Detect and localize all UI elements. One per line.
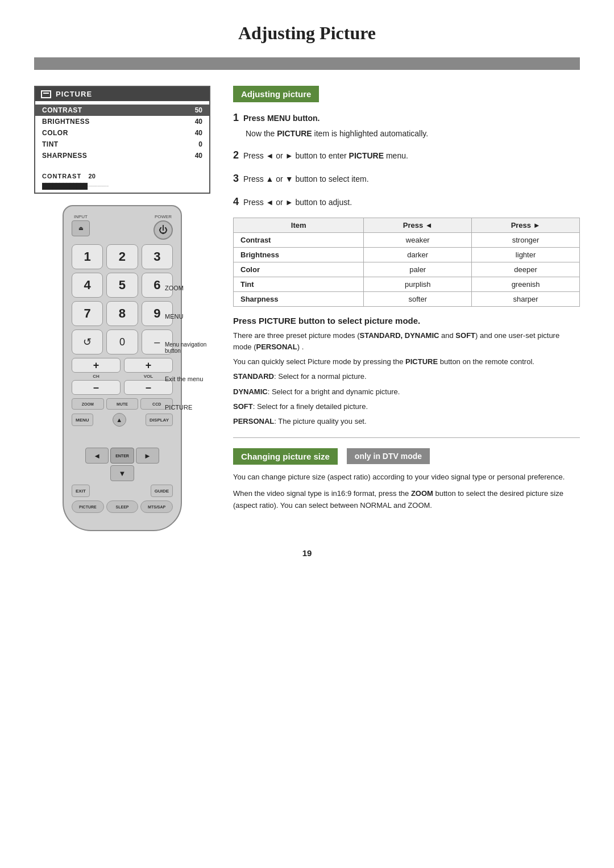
standard-label: STANDARD <box>233 372 274 381</box>
menu-button[interactable]: MENU <box>72 414 93 426</box>
brightness-value: 40 <box>195 118 202 126</box>
btn-8[interactable]: 8 <box>106 301 138 326</box>
mts-sap-button[interactable]: MTS/SAP <box>140 500 173 513</box>
row-item-brightness: Brightness <box>234 248 364 262</box>
btn-7[interactable]: 7 <box>72 301 103 326</box>
press-picture-section: Press PICTURE button to select picture m… <box>233 316 580 427</box>
adjustment-table: Item Press ◄ Press ► Contrast weaker str… <box>233 218 580 307</box>
tint-label: TINT <box>42 140 59 148</box>
exit-button[interactable]: EXIT <box>72 485 90 497</box>
row-item-sharpness: Sharpness <box>234 292 364 307</box>
btn-1[interactable]: 1 <box>72 244 103 269</box>
adjusting-picture-section: Adjusting picture 1 Press MENU button. N… <box>233 86 580 307</box>
ch-plus-button[interactable]: + <box>72 358 121 373</box>
nav-empty-tl <box>85 430 109 446</box>
table-row-contrast: Contrast weaker stronger <box>234 233 580 248</box>
row-right-contrast: stronger <box>472 233 580 248</box>
personal-bold: PERSONAL <box>256 343 297 351</box>
picture-icon <box>41 90 51 98</box>
main-content: PICTURE CONTRAST 50 BRIGHTNESS 40 COLOR … <box>34 86 580 531</box>
divider <box>233 437 580 438</box>
exit-row: EXIT GUIDE <box>72 485 173 497</box>
row-right-color: deeper <box>472 262 580 277</box>
sleep-button[interactable]: SLEEP <box>106 500 139 513</box>
menu-row-color: COLOR 40 <box>35 127 209 139</box>
tint-value: 0 <box>198 140 202 148</box>
ch-minus-button[interactable]: – <box>72 380 121 395</box>
right-arrow-button[interactable]: ► <box>136 448 159 464</box>
dtv-badge: only in DTV mode <box>347 448 430 464</box>
menu-row-contrast: CONTRAST 50 <box>35 105 209 116</box>
row-left-sharpness: softer <box>364 292 472 307</box>
row-item-tint: Tint <box>234 277 364 292</box>
page-number: 19 <box>34 548 580 558</box>
menu-row-sharpness: SHARPNESS 40 <box>35 150 209 161</box>
row-left-tint: purplish <box>364 277 472 292</box>
step-2: 2 Press ◄ or ► button to enter PICTURE m… <box>233 148 580 163</box>
table-row-color: Color paler deeper <box>234 262 580 277</box>
up-arrow-button[interactable]: ▲ <box>113 413 126 427</box>
col-press-left: Press ◄ <box>364 218 472 233</box>
remote-wrapper: INPUT ⏏ POWER ⏻ 1 2 <box>34 205 210 531</box>
guide-button[interactable]: GUIDE <box>151 485 173 497</box>
btn-3[interactable]: 3 <box>142 244 173 269</box>
zoom-side-label: ZOOM <box>165 285 206 291</box>
btn-0[interactable]: 0 <box>106 329 138 354</box>
step-4-text: Press ◄ or ► button to adjust. <box>243 198 352 207</box>
sharpness-label: SHARPNESS <box>42 152 87 160</box>
nav-empty-tr <box>136 430 159 446</box>
menu-side-label: MENU <box>165 313 206 320</box>
row-left-contrast: weaker <box>364 233 472 248</box>
vol-label: VOL <box>144 374 153 379</box>
row-item-contrast: Contrast <box>234 233 364 248</box>
menu-display-row: MENU ▲ DISPLAY <box>72 413 173 427</box>
step-1: 1 Press MENU button. <box>233 110 580 126</box>
remote-side-labels: ZOOM MENU Menu navigation button Exit th… <box>165 285 206 432</box>
step-2-text: Press ◄ or ► button to enter PICTURE men… <box>243 151 408 160</box>
zoom-button[interactable]: ZOOM <box>72 398 104 410</box>
row-left-brightness: darker <box>364 248 472 262</box>
right-column: Adjusting picture 1 Press MENU button. N… <box>233 86 580 516</box>
table-row-sharpness: Sharpness softer sharper <box>234 292 580 307</box>
table-row-brightness: Brightness darker lighter <box>234 248 580 262</box>
down-arrow-button[interactable]: ▼ <box>110 465 134 481</box>
standard-desc: STANDARD: Select for a normal picture. <box>233 371 580 382</box>
btn-4[interactable]: 4 <box>72 273 103 298</box>
input-label: INPUT <box>74 214 88 219</box>
picture-menu-box: PICTURE CONTRAST 50 BRIGHTNESS 40 COLOR … <box>34 86 210 194</box>
nav-empty-bl <box>85 465 109 481</box>
enter-button[interactable]: ENTER <box>110 448 134 464</box>
mute-button[interactable]: MUTE <box>106 398 139 410</box>
soft-desc: SOFT: Select for a finely detailed pictu… <box>233 401 580 412</box>
input-icon: ⏏ <box>78 226 84 231</box>
btn-recall[interactable]: ↺ <box>72 329 103 354</box>
standard-bold: STANDARD, DYNAMIC <box>360 331 439 340</box>
contrast-value: 50 <box>195 106 202 114</box>
step-3-text: Press ▲ or ▼ button to select item. <box>243 174 369 183</box>
step-1-bold: Press MENU button. <box>243 114 320 123</box>
left-arrow-button[interactable]: ◄ <box>85 448 109 464</box>
ch-group: + CH – <box>72 358 121 395</box>
nav-empty-t <box>110 430 134 446</box>
contrast-sub-value: 20 <box>89 173 96 180</box>
power-icon: ⏻ <box>159 225 168 235</box>
step-3: 3 Press ▲ or ▼ button to select item. <box>233 171 580 186</box>
changing-title: Changing picture size <box>233 448 338 465</box>
progress-bar: █████████████ ····················· <box>42 183 202 189</box>
row-right-brightness: lighter <box>472 248 580 262</box>
contrast-indicator: CONTRAST 20 █████████████ ··············… <box>42 170 202 189</box>
brightness-label: BRIGHTNESS <box>42 118 90 126</box>
btn-5[interactable]: 5 <box>106 273 138 298</box>
soft-label: SOFT <box>233 402 253 411</box>
input-button[interactable]: ⏏ <box>72 220 90 236</box>
step-1-desc: Now the PICTURE item is highlighted auto… <box>233 128 580 140</box>
menu-row-tint: TINT 0 <box>35 139 209 150</box>
power-button[interactable]: ⏻ <box>154 220 173 240</box>
soft-bold: SOFT <box>455 331 475 340</box>
modes-para2: You can quickly select Picture mode by p… <box>233 356 580 368</box>
picture-bottom-button[interactable]: PICTURE <box>72 500 104 513</box>
power-label: POWER <box>155 214 172 219</box>
nav-cross: ◄ ENTER ► ▼ <box>85 430 159 481</box>
btn-2[interactable]: 2 <box>106 244 138 269</box>
menu-header: PICTURE <box>35 87 209 101</box>
